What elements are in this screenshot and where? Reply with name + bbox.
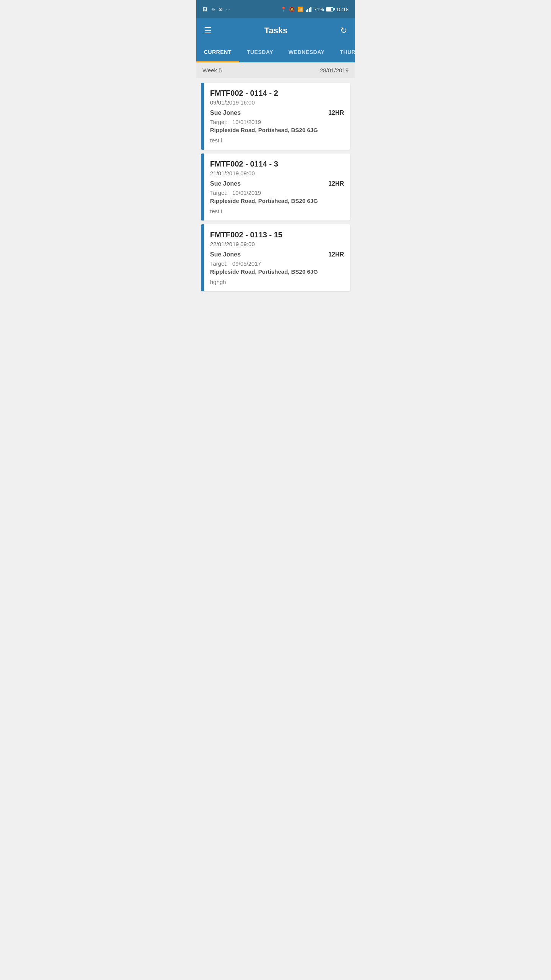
target-label: Target: <box>210 189 228 196</box>
task-card[interactable]: FMTF002 - 0114 - 3 21/01/2019 09:00 Sue … <box>201 154 350 220</box>
task-note: hghgh <box>210 279 344 285</box>
task-title: FMTF002 - 0114 - 3 <box>210 160 344 168</box>
vibrate-icon: 🔕 <box>289 7 295 12</box>
smiley-icon: ☺ <box>210 7 215 12</box>
more-icon: ··· <box>226 7 230 12</box>
task-address: Rippleside Road, Portishead, BS20 6JG <box>210 198 344 204</box>
task-assignee-row: Sue Jones 12HR <box>210 109 344 116</box>
app-bar: ☰ Tasks ↻ <box>196 18 355 43</box>
tab-bar: CURRENT TUESDAY WEDNESDAY THURSDAY FRI <box>196 43 355 62</box>
task-assignee-row: Sue Jones 12HR <box>210 251 344 258</box>
refresh-button[interactable]: ↻ <box>340 26 347 36</box>
target-date: 09/05/2017 <box>232 260 261 267</box>
email-icon: ✉ <box>218 7 223 12</box>
task-address: Rippleside Road, Portishead, BS20 6JG <box>210 268 344 275</box>
task-title: FMTF002 - 0114 - 2 <box>210 89 344 98</box>
task-address: Rippleside Road, Portishead, BS20 6JG <box>210 127 344 133</box>
wifi-icon: 📶 <box>297 7 303 12</box>
target-label: Target: <box>210 119 228 125</box>
card-content: FMTF002 - 0114 - 2 09/01/2019 16:00 Sue … <box>204 83 350 150</box>
tab-tuesday[interactable]: TUESDAY <box>239 43 281 62</box>
task-hours: 12HR <box>328 180 344 187</box>
status-bar-left: 🖼 ☺ ✉ ··· <box>202 7 230 12</box>
card-accent <box>201 224 204 291</box>
task-hours: 12HR <box>328 251 344 258</box>
time-display: 15:18 <box>336 7 349 12</box>
task-datetime: 09/01/2019 16:00 <box>210 99 344 106</box>
battery-icon <box>326 7 334 11</box>
task-assignee-row: Sue Jones 12HR <box>210 180 344 187</box>
tab-wednesday[interactable]: WEDNESDAY <box>281 43 332 62</box>
task-note: test i <box>210 137 344 144</box>
signal-icon <box>306 7 311 12</box>
task-datetime: 21/01/2019 09:00 <box>210 170 344 176</box>
task-card[interactable]: FMTF002 - 0113 - 15 22/01/2019 09:00 Sue… <box>201 224 350 291</box>
menu-button[interactable]: ☰ <box>204 26 212 36</box>
task-title: FMTF002 - 0113 - 15 <box>210 230 344 239</box>
gallery-icon: 🖼 <box>202 7 207 12</box>
week-header: Week 5 28/01/2019 <box>196 62 355 78</box>
target-date: 10/01/2019 <box>232 119 261 125</box>
task-datetime: 22/01/2019 09:00 <box>210 241 344 247</box>
target-label: Target: <box>210 260 228 267</box>
tab-thursday[interactable]: THURSDAY <box>332 43 355 62</box>
task-target: Target: 10/01/2019 <box>210 119 344 125</box>
card-accent <box>201 154 204 220</box>
status-bar-right: 📍 🔕 📶 71% 15:18 <box>280 7 349 12</box>
task-assignee: Sue Jones <box>210 180 241 187</box>
task-assignee: Sue Jones <box>210 109 241 116</box>
card-content: FMTF002 - 0113 - 15 22/01/2019 09:00 Sue… <box>204 224 350 291</box>
task-target: Target: 10/01/2019 <box>210 189 344 196</box>
task-assignee: Sue Jones <box>210 251 241 258</box>
task-card[interactable]: FMTF002 - 0114 - 2 09/01/2019 16:00 Sue … <box>201 83 350 150</box>
card-content: FMTF002 - 0114 - 3 21/01/2019 09:00 Sue … <box>204 154 350 220</box>
location-icon: 📍 <box>280 7 287 12</box>
app-title: Tasks <box>264 26 288 36</box>
target-date: 10/01/2019 <box>232 189 261 196</box>
status-bar: 🖼 ☺ ✉ ··· 📍 🔕 📶 71% 15:18 <box>196 0 355 18</box>
task-note: test i <box>210 208 344 214</box>
tab-current[interactable]: CURRENT <box>196 43 239 62</box>
battery-percent: 71% <box>314 7 324 12</box>
task-target: Target: 09/05/2017 <box>210 260 344 267</box>
week-date: 28/01/2019 <box>320 67 349 74</box>
card-accent <box>201 83 204 150</box>
task-list: FMTF002 - 0114 - 2 09/01/2019 16:00 Sue … <box>196 78 355 296</box>
task-hours: 12HR <box>328 109 344 116</box>
week-label: Week 5 <box>202 67 222 74</box>
